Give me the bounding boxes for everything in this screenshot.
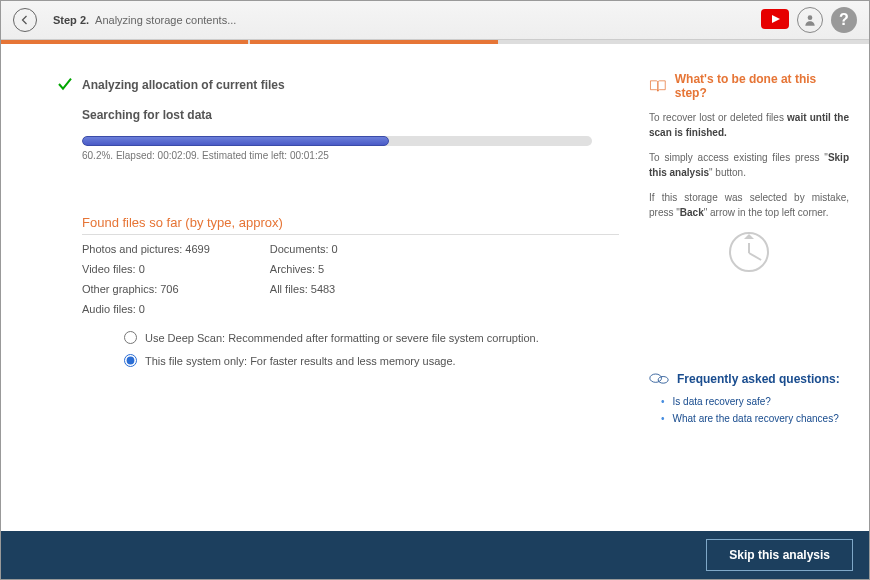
found-item: Archives: 5 [270,263,338,275]
progress-bar [82,136,592,146]
help-p1: To recover lost or deleted files wait un… [649,110,849,140]
radio-fsonly[interactable] [124,354,137,367]
scan-option-deep[interactable]: Use Deep Scan: Recommended after formatt… [124,331,619,344]
help-icon[interactable]: ? [831,7,857,33]
found-item: Audio files: 0 [82,303,210,315]
header: Step 2. Analyzing storage contents... ? [1,1,869,40]
scan-option-fsonly[interactable]: This file system only: For faster result… [124,354,619,367]
found-col-2: Documents: 0Archives: 5All files: 5483 [270,243,338,315]
youtube-icon[interactable] [761,9,789,31]
found-item: Other graphics: 706 [82,283,210,295]
progress-fill [82,136,389,146]
svg-point-1 [808,15,813,20]
radio-deep[interactable] [124,331,137,344]
found-item: Documents: 0 [270,243,338,255]
help-heading: What's to be done at this step? [649,72,849,100]
faq-heading: Frequently asked questions: [649,372,849,386]
sidebar: What's to be done at this step? To recov… [639,44,869,531]
back-button[interactable] [13,8,37,32]
found-item: Photos and pictures: 4699 [82,243,210,255]
found-col-1: Photos and pictures: 4699Video files: 0O… [82,243,210,315]
clock-icon [729,232,769,272]
status-subtitle: Searching for lost data [82,108,619,122]
book-icon [649,79,667,93]
faq-list: Is data recovery safe?What are the data … [649,396,849,424]
bubbles-icon [649,372,669,386]
scan-option-deep-label: Use Deep Scan: Recommended after formatt… [145,332,539,344]
main-panel: Analyzing allocation of current files Se… [1,44,639,531]
faq-link[interactable]: Is data recovery safe? [661,396,849,407]
svg-point-2 [650,374,662,382]
progress-text: 60.2%. Elapsed: 00:02:09. Estimated time… [82,150,619,161]
step-number: Step 2. [53,14,89,26]
skip-analysis-button[interactable]: Skip this analysis [706,539,853,571]
user-icon[interactable] [797,7,823,33]
check-icon [56,76,74,94]
found-item: All files: 5483 [270,283,338,295]
faq-link[interactable]: What are the data recovery chances? [661,413,849,424]
found-title: Found files so far (by type, approx) [82,215,619,235]
footer: Skip this analysis [1,531,869,579]
arrow-left-icon [19,14,31,26]
help-p2: To simply access existing files press "S… [649,150,849,180]
step-title: Analyzing storage contents... [95,14,236,26]
found-item: Video files: 0 [82,263,210,275]
svg-point-3 [658,377,668,384]
status-title: Analyzing allocation of current files [82,78,285,92]
help-p3: If this storage was selected by mistake,… [649,190,849,220]
scan-option-fsonly-label: This file system only: For faster result… [145,355,456,367]
